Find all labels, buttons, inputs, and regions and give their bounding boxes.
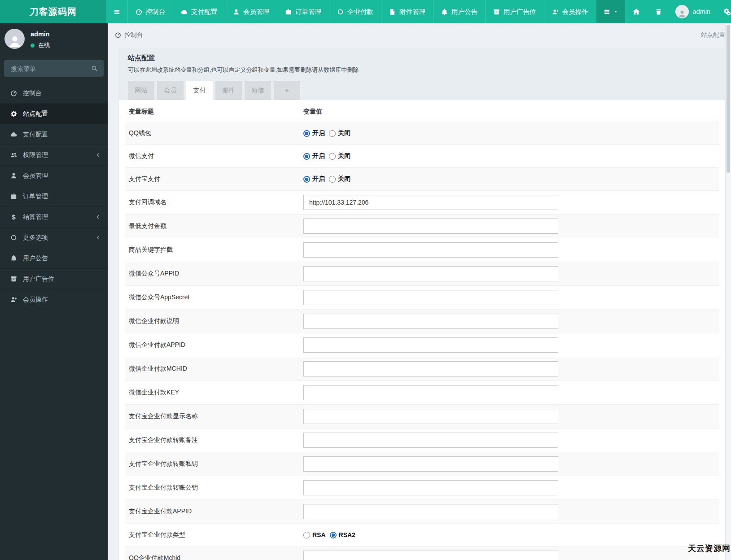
nav-item-dashboard[interactable]: 控制台 [128,0,174,23]
add-tab-button[interactable]: + [274,81,300,100]
sidebar-item-permission-management[interactable]: 权限管理 [0,145,108,166]
sidebar-menu: 控制台 站点配置 支付配置 权限管理 会员管理 订单管理 $结算管理 更多选项 … [0,83,108,310]
sidebar-item-dashboard[interactable]: 控制台 [0,83,108,104]
vertical-scrollbar[interactable] [725,23,731,560]
home-button[interactable] [625,0,648,23]
var-value-input[interactable] [303,219,558,234]
user-menu-label: admin [693,8,711,15]
var-value-input[interactable] [303,456,558,472]
breadcrumb[interactable]: 控制台 [115,31,143,39]
var-value-input[interactable] [303,290,558,305]
var-value-input[interactable] [303,195,558,210]
nav-item-payment-config[interactable]: 支付配置 [173,0,225,23]
var-title: 支付宝企业付款转账私钥 [125,452,300,476]
nav-item-user-adspace[interactable]: 用户广告位 [486,0,544,23]
var-value-input[interactable] [303,385,558,400]
sidebar-item-settlement-management[interactable]: $结算管理 [0,207,108,228]
var-value-input[interactable] [303,266,558,281]
nav-item-attachment-management[interactable]: 附件管理 [381,0,433,23]
user-plus-icon [552,9,559,15]
tachometer-icon [10,90,17,96]
var-title: 微信企业付款说明 [125,310,300,333]
chevron-left-icon [96,152,101,159]
nav-item-member-management[interactable]: 会员管理 [225,0,277,23]
radio-input[interactable] [303,176,310,183]
table-row: 支付宝企业付款转账备注 [125,429,719,452]
variables-table: 变量标题 变量值 QQ钱包 开启 关闭 微信支付 [125,100,719,560]
tab-member[interactable]: 会员 [157,81,184,100]
bars-icon [114,9,120,15]
radio-option-rsa2[interactable]: RSA2 [330,531,355,538]
tab-email[interactable]: 邮件 [215,81,242,100]
var-title: 支付宝支付 [125,168,300,191]
sidebar-item-user-adspace[interactable]: 用户广告位 [0,269,108,289]
user-menu[interactable]: admin [670,5,717,18]
var-title: 微信支付 [125,145,300,168]
sidebar-item-member-operation[interactable]: 会员操作 [0,289,108,310]
radio-option-off[interactable]: 关闭 [329,152,350,160]
var-value-input[interactable] [303,480,558,495]
main-content: 控制台 站点配置 站点配置 可以在此增改系统的变量和分组,也可以自定义分组和变量… [108,23,731,560]
table-row: 支付回调域名 [125,191,719,214]
radio-input[interactable] [303,130,310,137]
var-value-input[interactable] [303,314,558,329]
var-value-input[interactable] [303,361,558,376]
radio-option-on[interactable]: 开启 [303,129,325,137]
var-value-input[interactable] [303,409,558,424]
radio-input[interactable] [303,153,310,160]
sidebar-item-order-management[interactable]: 订单管理 [0,186,108,207]
search-icon[interactable] [91,65,98,72]
scrollbar-thumb[interactable] [727,25,730,173]
sidebar-item-user-announcement[interactable]: 用户公告 [0,248,108,269]
search-input[interactable] [10,65,88,73]
var-title: 微信公众号APPID [125,262,300,286]
radio-input[interactable] [303,532,310,538]
watermark: 天云资源网 [688,543,731,554]
var-title: 支付宝企业付款类型 [125,524,300,547]
briefcase-icon [285,9,292,15]
table-row: 支付宝支付 开启 关闭 [125,168,719,191]
radio-option-rsa[interactable]: RSA [303,531,326,538]
circle-icon [10,234,17,241]
var-value-input[interactable] [303,433,558,448]
settings-button[interactable] [716,0,731,23]
nav-item-user-announcement[interactable]: 用户公告 [433,0,486,23]
briefcase-icon [10,193,17,200]
radio-option-on[interactable]: 开启 [303,175,325,183]
chevron-left-icon [96,234,101,241]
tab-website[interactable]: 网站 [128,81,154,100]
sidebar-user-status[interactable]: 在线 [31,41,50,49]
table-row: 微信企业付款KEY [125,381,719,405]
radio-option-off[interactable]: 关闭 [329,129,350,137]
nav-item-enterprise-payment[interactable]: 企业付款 [329,0,381,23]
sidebar-item-payment-config[interactable]: 支付配置 [0,124,108,145]
trash-button[interactable] [648,0,670,23]
radio-input[interactable] [329,130,336,137]
sidebar-item-more-options[interactable]: 更多选项 [0,228,108,248]
table-row: 微信公众号APPID [125,262,719,286]
var-value-input[interactable] [303,504,558,519]
brand-logo[interactable]: 刀客源码网 [0,0,106,23]
var-value-input[interactable] [303,242,558,258]
table-row: 微信企业付款APPID [125,333,719,357]
radio-input[interactable] [330,532,337,538]
config-tabs: 网站 会员 支付 邮件 短信 + [128,81,717,100]
sidebar-toggle-button[interactable] [106,0,128,23]
tasks-dropdown-toggle[interactable] [596,0,625,23]
tab-payment[interactable]: 支付 [186,81,213,100]
radio-input[interactable] [329,176,336,183]
nav-item-order-management[interactable]: 订单管理 [277,0,329,23]
radio-option-off[interactable]: 关闭 [329,175,350,183]
nav-item-member-operation[interactable]: 会员操作 [544,0,596,23]
sidebar-item-site-config[interactable]: 站点配置 [0,104,108,124]
var-title: 微信企业付款KEY [125,381,300,405]
sidebar-item-member-management[interactable]: 会员管理 [0,166,108,186]
home-icon [633,8,640,15]
tachometer-icon [136,9,142,15]
radio-option-on[interactable]: 开启 [303,152,325,160]
radio-input[interactable] [329,153,336,160]
var-value-input[interactable] [303,551,558,560]
tab-content: 变量标题 变量值 QQ钱包 开启 关闭 微信支付 [119,100,726,560]
var-value-input[interactable] [303,337,558,353]
tab-sms[interactable]: 短信 [245,81,271,100]
